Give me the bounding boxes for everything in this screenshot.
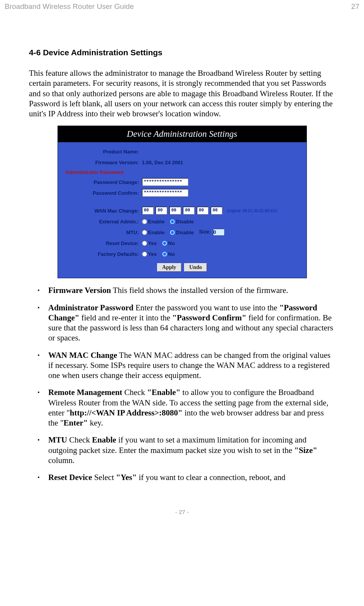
external-admin-label: External Admin.:	[66, 219, 142, 225]
password-confirm-label: Password Confirm:	[66, 190, 142, 196]
list-item: • Administrator Password Enter the passw…	[29, 303, 335, 343]
bullet-icon: •	[29, 387, 48, 428]
undo-button[interactable]: Undo	[184, 263, 207, 272]
factory-no-label: No	[168, 251, 175, 257]
page-number: 27	[351, 2, 359, 11]
reset-device-bold: Reset Device	[48, 473, 92, 482]
password-change-label: Password Change:	[66, 179, 142, 185]
list-item: • Remote Management Check "Enable" to al…	[29, 387, 335, 428]
wan-mac-input-3[interactable]: 00	[183, 207, 195, 214]
bullet-icon: •	[29, 435, 48, 465]
intro-paragraph: This feature allows the administrator to…	[29, 68, 335, 119]
factory-defaults-label: Factory Defaults:	[66, 251, 142, 257]
mtu-bold: MTU	[48, 435, 67, 444]
wan-mac-input-2[interactable]: 00	[169, 207, 181, 214]
reset-no-radio[interactable]	[162, 241, 167, 246]
mtu-disable-label: Disable	[176, 230, 194, 235]
enable-label: Enable	[148, 219, 165, 225]
external-admin-disable-radio[interactable]	[170, 219, 175, 224]
list-item: • WAN MAC Change The WAN MAC address can…	[29, 350, 335, 381]
mtu-disable-radio[interactable]	[170, 230, 175, 235]
mtu-enable-label: Enable	[148, 230, 165, 235]
product-name-label: Product Name:	[66, 149, 142, 155]
section-title: 4-6 Device Administration Settings	[29, 48, 335, 57]
wan-mac-label: WAN Mac Change:	[66, 208, 142, 214]
mtu-label: MTU:	[66, 230, 142, 235]
wan-mac-input-0[interactable]: 00	[142, 207, 154, 214]
page-content: 4-6 Device Administration Settings This …	[0, 13, 364, 497]
remote-management-bold: Remote Management	[48, 388, 122, 397]
doc-title: Broadband Wireless Router User Guide	[5, 2, 134, 11]
bullet-icon: •	[29, 472, 48, 482]
disable-label: Disable	[176, 219, 194, 225]
admin-password-header: Administrator Password	[66, 168, 299, 177]
reset-no-label: No	[168, 240, 175, 246]
wan-mac-input-4[interactable]: 00	[197, 207, 208, 214]
screenshot-title: Device Administration Settings	[58, 126, 306, 142]
mtu-size-input[interactable]: 0	[213, 229, 225, 236]
password-change-input[interactable]: ***************	[142, 178, 188, 186]
apply-button[interactable]: Apply	[157, 263, 181, 272]
wan-mac-input-1[interactable]: 00	[156, 207, 167, 214]
firmware-version-bold: Firmware Version	[48, 286, 111, 295]
factory-yes-radio[interactable]	[142, 252, 147, 257]
reset-device-label: Reset Device:	[66, 240, 142, 246]
mtu-enable-radio[interactable]	[142, 230, 147, 235]
wan-mac-bold: WAN MAC Change	[48, 351, 117, 360]
bullet-icon: •	[29, 285, 48, 295]
page-header: Broadband Wireless Router User Guide 27	[0, 0, 364, 13]
bullet-icon: •	[29, 303, 48, 343]
wan-mac-input-5[interactable]: 00	[211, 207, 222, 214]
external-admin-enable-radio[interactable]	[142, 219, 147, 224]
device-admin-screenshot: Device Administration Settings Product N…	[58, 126, 307, 278]
firmware-version-label: Firmware Version:	[66, 160, 142, 165]
bullet-icon: •	[29, 350, 48, 381]
firmware-version-value: 1.00, Dec 24 2001	[142, 160, 299, 165]
list-item: • MTU Check Enable if you want to set a …	[29, 435, 335, 465]
factory-no-radio[interactable]	[162, 252, 167, 257]
list-item: • Reset Device Select "Yes" if you want …	[29, 472, 335, 482]
firmware-version-text: This field shows the installed version o…	[111, 286, 288, 295]
list-item: • Firmware Version This field shows the …	[29, 285, 335, 295]
wan-mac-original-hint: (original: 00-01-36-02-68-ED)	[227, 209, 277, 213]
mtu-size-label: Size:	[199, 229, 211, 235]
admin-password-bold: Administrator Password	[48, 303, 134, 312]
reset-yes-label: Yes	[148, 240, 157, 246]
factory-yes-label: Yes	[148, 251, 157, 257]
password-confirm-input[interactable]: ***************	[142, 189, 188, 197]
page-footer: - 27 -	[0, 497, 364, 519]
bullet-list: • Firmware Version This field shows the …	[29, 285, 335, 482]
reset-yes-radio[interactable]	[142, 241, 147, 246]
